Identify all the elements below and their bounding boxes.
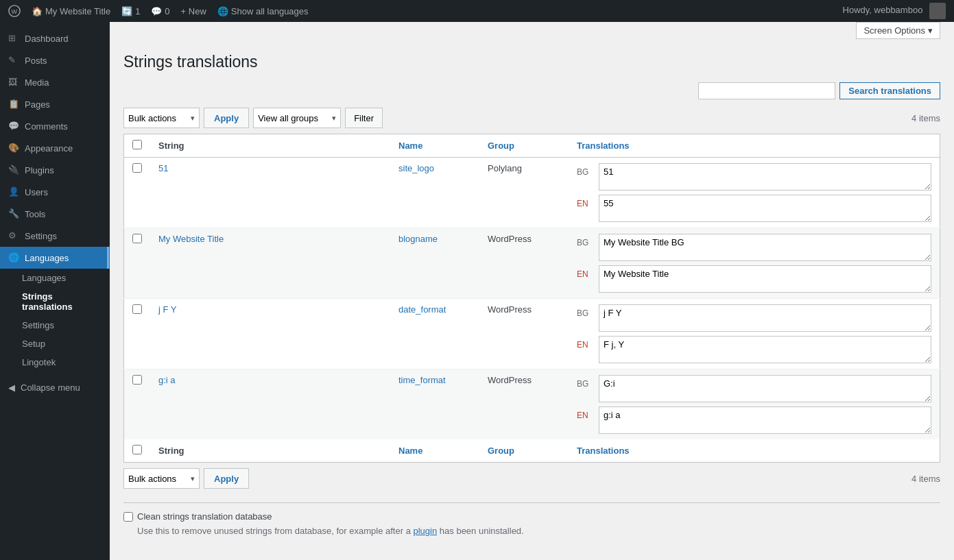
collapse-menu-button[interactable]: ◀ Collapse menu: [0, 377, 110, 398]
show-languages-link[interactable]: 🌐 Show all languages: [217, 6, 309, 16]
updates-link[interactable]: 🔄 1: [121, 6, 140, 16]
translations-column-header: Translations: [569, 134, 940, 158]
sidebar-item-settings[interactable]: ⚙ Settings: [0, 225, 110, 247]
row4-string-link[interactable]: g:i a: [158, 375, 176, 385]
sidebar-item-label: Pages: [25, 99, 50, 110]
sidebar-item-dashboard[interactable]: ⊞ Dashboard: [0, 27, 110, 49]
row4-translations-cell: BG G:i EN g:i a: [569, 369, 940, 440]
name-column-header: Name: [390, 134, 479, 158]
sidebar-item-users[interactable]: 👤 Users: [0, 181, 110, 203]
sidebar-item-label: Settings: [25, 231, 57, 241]
row4-checkbox[interactable]: [132, 375, 142, 385]
row1-checkbox[interactable]: [132, 163, 142, 173]
row3-translations-cell: BG j F Y EN F j, Y: [569, 299, 940, 369]
new-content-link[interactable]: + New: [181, 6, 206, 16]
row4-en-textarea[interactable]: g:i a: [599, 406, 931, 434]
row3-en-textarea[interactable]: F j, Y: [599, 336, 931, 363]
group-column-header: Group: [479, 134, 569, 158]
row1-en-label: EN: [577, 195, 593, 208]
clean-strings-label[interactable]: Clean strings translation database: [123, 511, 940, 522]
footer-select-all-header: [124, 439, 151, 463]
users-icon: 👤: [8, 186, 19, 197]
table-footer-row: String Name Group Translations: [124, 439, 940, 463]
row1-string-link[interactable]: 51: [158, 163, 168, 173]
row3-en-label: EN: [577, 336, 593, 350]
bulk-actions-select[interactable]: Bulk actions: [124, 108, 191, 127]
collapse-label: Collapse menu: [21, 382, 80, 393]
row1-en-textarea[interactable]: 55: [599, 195, 931, 222]
row3-string-link[interactable]: j F Y: [158, 304, 177, 315]
table-row: g:i a time_format WordPress BG G:i: [124, 369, 940, 440]
row1-bg-translation: BG 51: [577, 163, 931, 191]
translations-column-link[interactable]: Translations: [577, 141, 630, 151]
row3-bg-label: BG: [577, 304, 593, 318]
comments-link[interactable]: 💬 0: [151, 6, 169, 16]
submenu-setup[interactable]: Setup: [0, 334, 110, 353]
submenu-languages[interactable]: Languages: [0, 269, 110, 287]
screen-options-button[interactable]: Screen Options ▾: [856, 22, 940, 39]
sidebar-item-languages[interactable]: 🌐 Languages: [0, 247, 110, 269]
row1-en-translation: EN 55: [577, 195, 931, 222]
comments-icon: 💬: [151, 6, 162, 16]
row3-bg-textarea[interactable]: j F Y: [599, 304, 931, 332]
sidebar-item-posts[interactable]: ✎ Posts: [0, 49, 110, 71]
row2-string-link[interactable]: My Website Title: [158, 234, 224, 244]
view-groups-select[interactable]: View all groups: [254, 108, 332, 127]
row4-name-link[interactable]: time_format: [398, 375, 446, 385]
submenu-strings-translations[interactable]: Strings translations: [0, 287, 110, 316]
wp-logo-link[interactable]: W: [8, 5, 21, 17]
sidebar-item-label: Tools: [25, 209, 45, 219]
row1-group-cell: Polylang: [479, 158, 569, 228]
row2-group-cell: WordPress: [479, 228, 569, 299]
row4-bg-textarea[interactable]: G:i: [599, 375, 931, 402]
table-header-row: String Name Group Translations: [124, 134, 940, 158]
bottom-apply-button[interactable]: Apply: [204, 468, 249, 489]
bottom-bulk-actions-select[interactable]: Bulk actions: [124, 469, 191, 488]
row2-checkbox[interactable]: [132, 234, 142, 243]
appearance-icon: 🎨: [8, 143, 19, 154]
row4-string-cell: g:i a: [150, 369, 390, 440]
footer-name-link[interactable]: Name: [398, 446, 422, 456]
site-name-link[interactable]: 🏠 My Website Title: [32, 6, 110, 16]
sidebar-item-appearance[interactable]: 🎨 Appearance: [0, 137, 110, 159]
footer-select-all-checkbox[interactable]: [132, 445, 142, 454]
search-translations-button[interactable]: Search translations: [839, 82, 940, 99]
row2-en-textarea[interactable]: My Website Title: [599, 265, 931, 293]
sidebar-item-media[interactable]: 🖼 Media: [0, 71, 110, 93]
sidebar-item-pages[interactable]: 📋 Pages: [0, 93, 110, 115]
row1-name-link[interactable]: site_logo: [398, 163, 434, 173]
page-wrap: Strings translations Search translations…: [123, 53, 940, 536]
row2-translations-cell: BG My Website Title BG EN My Website Tit…: [569, 228, 940, 299]
footer-string-header: String: [150, 439, 390, 463]
page-title: Strings translations: [123, 53, 940, 71]
row2-bg-textarea[interactable]: My Website Title BG: [599, 234, 931, 261]
select-all-checkbox[interactable]: [132, 140, 142, 149]
filter-button[interactable]: Filter: [345, 108, 383, 128]
table-row: 51 site_logo Polylang BG 51 E: [124, 158, 940, 228]
top-apply-button[interactable]: Apply: [204, 108, 249, 128]
row2-name-link[interactable]: blogname: [398, 234, 438, 244]
howdy-text: Howdy, webbamboo: [843, 5, 923, 15]
clean-strings-checkbox[interactable]: [123, 512, 133, 522]
sidebar-item-plugins[interactable]: 🔌 Plugins: [0, 159, 110, 181]
sidebar-item-label: Comments: [25, 121, 68, 132]
row3-string-cell: j F Y: [150, 299, 390, 369]
screen-options-wrap: Screen Options ▾: [123, 22, 940, 39]
name-column-link[interactable]: Name: [398, 141, 422, 151]
row3-checkbox[interactable]: [132, 304, 142, 314]
row2-en-translation: EN My Website Title: [577, 265, 931, 293]
plugin-link[interactable]: plugin: [414, 526, 438, 536]
footer-group-link[interactable]: Group: [488, 446, 514, 456]
submenu-settings[interactable]: Settings: [0, 316, 110, 334]
row3-bg-translation: BG j F Y: [577, 304, 931, 332]
row3-name-link[interactable]: date_format: [398, 304, 446, 315]
footer-translations-link[interactable]: Translations: [577, 446, 630, 456]
submenu-lingotek[interactable]: Lingotek: [0, 353, 110, 372]
sidebar-item-comments[interactable]: 💬 Comments: [0, 115, 110, 137]
row1-bg-textarea[interactable]: 51: [599, 163, 931, 191]
screen-options-chevron: ▾: [928, 25, 933, 36]
sidebar-item-tools[interactable]: 🔧 Tools: [0, 203, 110, 225]
search-input[interactable]: [698, 82, 835, 99]
group-column-link[interactable]: Group: [488, 141, 514, 151]
items-count: 4 items: [911, 113, 940, 123]
